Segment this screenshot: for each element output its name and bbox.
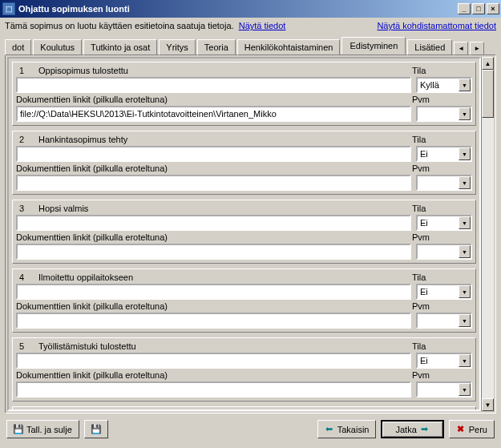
- row-title: Hankintasopimus tehty: [38, 135, 412, 144]
- row-number: 2: [16, 135, 38, 144]
- close-icon: ✖: [456, 425, 466, 434]
- title-input[interactable]: [16, 77, 411, 93]
- progress-block: 4 Ilmoitettu oppilaitokseen Tila Ei ▼ Do…: [12, 268, 476, 333]
- row-number: 5: [16, 341, 38, 351]
- tila-select[interactable]: Ei ▼: [416, 215, 472, 231]
- chevron-down-icon: ▼: [459, 245, 471, 258]
- doclinks-label: Dokumenttien linkit (pilkulla eroteltuna…: [16, 301, 412, 311]
- progress-block: 3 Hopsi valmis Tila Ei ▼ Dokumenttien li…: [12, 200, 476, 264]
- tila-label: Tila: [412, 66, 472, 75]
- arrow-left-icon: ⬅: [325, 425, 334, 434]
- pvm-label: Pvm: [412, 163, 472, 173]
- row-number: 8: [16, 410, 38, 411]
- save-close-button[interactable]: 💾 Tall. ja sulje: [6, 420, 79, 438]
- back-button[interactable]: ⬅ Takaisin: [317, 420, 377, 438]
- cancel-label: Peru: [469, 425, 487, 434]
- tila-label: Tila: [412, 272, 472, 282]
- tab-henkilo[interactable]: Henkilökohtaistaminen: [237, 39, 341, 55]
- scroll-down-button[interactable]: ▼: [482, 398, 494, 411]
- tila-label: Tila: [412, 410, 472, 411]
- progress-block: 5 Työllistämistuki tulostettu Tila Ei ▼ …: [12, 337, 476, 402]
- doclinks-label: Dokumenttien linkit (pilkulla eroteltuna…: [16, 163, 412, 173]
- tab-lisatiedot[interactable]: Lisätied: [407, 39, 452, 55]
- tila-select[interactable]: Ei ▼: [416, 146, 472, 162]
- title-input[interactable]: [16, 284, 411, 300]
- vertical-scrollbar[interactable]: ▲ ▼: [481, 57, 494, 411]
- doclinks-input[interactable]: [16, 244, 411, 260]
- chevron-down-icon: ▼: [459, 107, 471, 120]
- scroll-thumb[interactable]: [482, 70, 494, 118]
- minimize-button[interactable]: _: [458, 3, 471, 14]
- progress-block: 1 Oppisopimus tulostettu Tila Kyllä ▼ Do…: [12, 62, 476, 126]
- tab-scroll-right[interactable]: ►: [470, 42, 484, 55]
- tila-label: Tila: [412, 341, 472, 351]
- tab-yritys[interactable]: Yritys: [159, 39, 196, 55]
- show-data-link[interactable]: Näytä tiedot: [239, 21, 286, 30]
- pvm-label: Pvm: [412, 95, 472, 104]
- tila-select[interactable]: Ei ▼: [416, 284, 472, 300]
- title-input[interactable]: [16, 215, 411, 231]
- row-number: 3: [16, 204, 38, 213]
- pvm-select[interactable]: ▼: [416, 381, 472, 398]
- content-panel: 1 Oppisopimus tulostettu Tila Kyllä ▼ Do…: [5, 54, 496, 414]
- maximize-button[interactable]: □: [472, 3, 485, 14]
- tab-dot[interactable]: dot: [5, 39, 31, 55]
- pvm-select[interactable]: ▼: [416, 175, 472, 191]
- pvm-label: Pvm: [412, 232, 472, 242]
- doclinks-label: Dokumenttien linkit (pilkulla eroteltuna…: [16, 370, 412, 380]
- app-icon: ⬚: [2, 2, 15, 15]
- window-title: Ohjattu sopimuksen luonti: [18, 4, 456, 14]
- info-text: Tämä sopimus on luotu käyttäen esitietoi…: [5, 21, 234, 30]
- pvm-label: Pvm: [412, 370, 472, 380]
- form-area: 1 Oppisopimus tulostettu Tila Kyllä ▼ Do…: [7, 57, 481, 411]
- tila-value: Ei: [420, 356, 428, 365]
- close-button[interactable]: ×: [487, 3, 499, 14]
- pvm-select[interactable]: ▼: [416, 244, 472, 260]
- save-icon: 💾: [14, 425, 23, 434]
- title-input[interactable]: [16, 353, 411, 369]
- chevron-down-icon: ▼: [459, 285, 471, 298]
- chevron-down-icon: ▼: [459, 147, 471, 160]
- pvm-label: Pvm: [412, 301, 472, 311]
- pvm-select[interactable]: ▼: [416, 106, 472, 122]
- cancel-button[interactable]: ✖ Peru: [449, 420, 495, 438]
- next-label: Jatka: [395, 425, 416, 434]
- tab-tutkinto[interactable]: Tutkinto ja osat: [83, 39, 157, 55]
- save-button[interactable]: 💾: [84, 420, 108, 438]
- tila-select[interactable]: Kyllä ▼: [416, 77, 472, 93]
- scroll-up-button[interactable]: ▲: [482, 57, 494, 70]
- tila-value: Ei: [420, 218, 428, 228]
- arrow-right-icon: ➡: [420, 425, 430, 434]
- tila-label: Tila: [412, 204, 472, 213]
- tab-scroll-left[interactable]: ◄: [454, 42, 468, 55]
- doclinks-label: Dokumenttien linkit (pilkulla eroteltuna…: [16, 232, 412, 242]
- progress-block: 2 Hankintasopimus tehty Tila Ei ▼ Dokume…: [12, 131, 476, 195]
- tila-value: Ei: [420, 287, 428, 297]
- doclinks-input[interactable]: [16, 313, 411, 329]
- pvm-select[interactable]: ▼: [416, 313, 472, 329]
- chevron-down-icon: ▼: [459, 79, 471, 91]
- save-arrow-icon: 💾: [91, 425, 101, 434]
- row-number: 1: [16, 66, 38, 75]
- back-label: Takaisin: [337, 425, 370, 434]
- tila-select[interactable]: Ei ▼: [416, 353, 472, 369]
- tab-teoria[interactable]: Teoria: [197, 39, 236, 55]
- row-title: Oppisopimus tulostettu: [38, 66, 412, 75]
- show-unmatched-link[interactable]: Näytä kohdistamattomat tiedot: [377, 21, 496, 30]
- row-title: Ilmoitettu oppilaitokseen: [38, 272, 412, 282]
- doclinks-input[interactable]: [16, 175, 411, 191]
- row-number: 4: [16, 272, 38, 282]
- info-bar: Tämä sopimus on luotu käyttäen esitietoi…: [0, 18, 501, 34]
- progress-block: 8 Heksu Tila Ei ▼: [12, 406, 476, 411]
- doclinks-input[interactable]: [16, 106, 411, 122]
- title-input[interactable]: [16, 146, 411, 162]
- chevron-down-icon: ▼: [459, 383, 471, 396]
- tab-edistyminen[interactable]: Edistyminen: [341, 37, 406, 54]
- tab-koulutus[interactable]: Koulutus: [33, 39, 82, 55]
- tila-value: Ei: [420, 149, 428, 159]
- scroll-track[interactable]: [482, 118, 494, 398]
- next-button[interactable]: Jatka ➡: [381, 420, 443, 438]
- chevron-down-icon: ▼: [459, 354, 471, 367]
- title-bar: ⬚ Ohjattu sopimuksen luonti _ □ ×: [0, 0, 501, 18]
- doclinks-input[interactable]: [16, 381, 411, 398]
